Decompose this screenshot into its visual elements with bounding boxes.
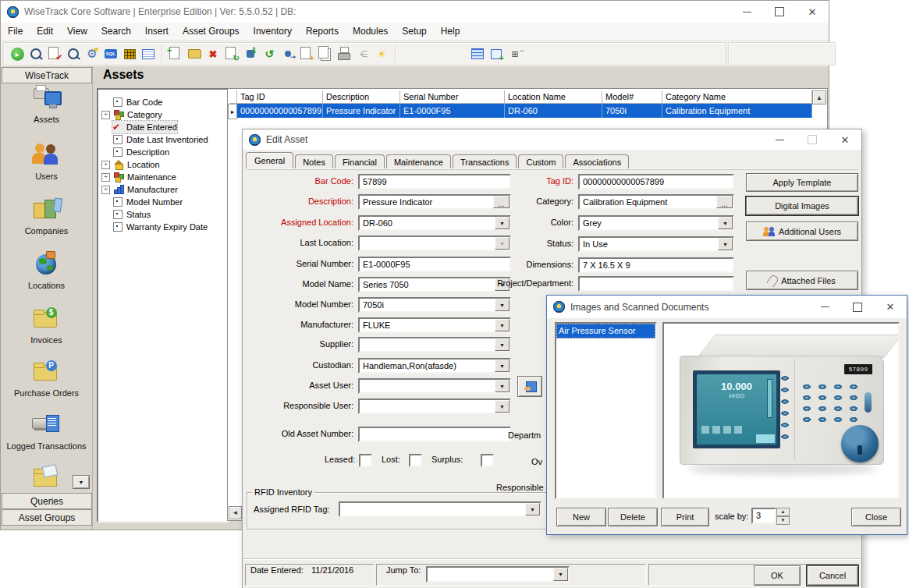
- menu-modules[interactable]: Modules: [346, 23, 395, 39]
- jump-to-combo[interactable]: [426, 566, 570, 583]
- category-ellipsis-button[interactable]: ...: [716, 196, 733, 208]
- close-button[interactable]: ✕: [796, 1, 829, 23]
- attached-files-button[interactable]: Attached Files: [746, 271, 858, 290]
- tag-id-input[interactable]: 00000000000057899: [578, 174, 734, 190]
- grid-view-icon[interactable]: [140, 45, 157, 62]
- tree-item-status[interactable]: Status: [112, 208, 151, 221]
- sidebar-item-users[interactable]: Users: [1, 142, 92, 181]
- tab-custom[interactable]: Custom: [518, 154, 563, 168]
- delete-icon[interactable]: ✖: [204, 45, 222, 62]
- sidebar-item-companies[interactable]: Companies: [1, 197, 92, 236]
- check-in-icon[interactable]: ⇩: [242, 45, 259, 62]
- menu-setup[interactable]: Setup: [395, 23, 433, 39]
- data-cells-icon[interactable]: [121, 45, 138, 62]
- table-cell-description[interactable]: Pressure Indicator: [323, 104, 400, 118]
- tree-item-maintenance[interactable]: + Maintenance: [101, 171, 176, 183]
- sql-window-icon[interactable]: SQL: [102, 45, 119, 62]
- custodian-combo[interactable]: Handleman,Ron(afasde): [358, 358, 511, 374]
- surplus-checkbox[interactable]: [481, 454, 494, 467]
- table-cell-serial-number[interactable]: E1-0000F95: [400, 104, 505, 118]
- sidebar-tab-queries[interactable]: Queries: [2, 493, 92, 509]
- minimize-button[interactable]: [763, 129, 796, 150]
- supplier-combo[interactable]: [358, 337, 511, 352]
- sidebar-header-button[interactable]: WiseTrack: [2, 67, 92, 83]
- go-icon[interactable]: ▸: [9, 45, 26, 62]
- maximize-button[interactable]: [841, 296, 874, 318]
- menu-file[interactable]: File: [1, 23, 30, 39]
- print-image-button[interactable]: Print: [661, 508, 709, 526]
- tree-item-description[interactable]: Description: [112, 146, 169, 158]
- check-out-icon[interactable]: ↺: [261, 45, 278, 62]
- supplier-dropdown-button[interactable]: ▼: [495, 338, 510, 351]
- tab-notes[interactable]: Notes: [295, 154, 333, 168]
- expand-plus-icon[interactable]: +: [101, 111, 110, 119]
- dimensions-input[interactable]: 7 X 16.5 X 9: [578, 257, 734, 273]
- menu-insert[interactable]: Insert: [138, 23, 176, 39]
- table-header-location-name[interactable]: Location Name: [505, 90, 602, 104]
- asset-user-combo[interactable]: [358, 378, 511, 394]
- tree-item-date-entered[interactable]: ✔ Date Entered: [112, 121, 177, 133]
- close-button[interactable]: ✕: [874, 296, 907, 318]
- color-combo[interactable]: Grey: [578, 215, 734, 231]
- tree-expand-icon[interactable]: ⊞┄: [506, 45, 524, 62]
- duplicate-icon[interactable]: [317, 45, 334, 62]
- apply-template-button[interactable]: Apply Template: [746, 173, 858, 192]
- old-asset-number-input[interactable]: [358, 427, 511, 442]
- assigned-rfid-tag-dropdown-button[interactable]: ▼: [525, 503, 540, 515]
- menu-view[interactable]: View: [60, 23, 94, 39]
- additional-users-button[interactable]: Additional Users: [746, 221, 858, 241]
- cancel-button[interactable]: Cancel: [807, 565, 858, 586]
- sidebar-item-logged-transactions[interactable]: Logged Transactions: [1, 412, 92, 451]
- menu-edit[interactable]: Edit: [30, 23, 60, 39]
- refresh-document-icon[interactable]: ↻: [223, 45, 240, 62]
- menu-search[interactable]: Search: [94, 23, 138, 39]
- tree-item-date-last-inventoried[interactable]: Date Last Inventoried: [112, 133, 208, 146]
- tree-item-location[interactable]: + Location: [101, 158, 160, 171]
- menu-asset-groups[interactable]: Asset Groups: [176, 23, 247, 39]
- tab-maintenance[interactable]: Maintenance: [386, 154, 451, 168]
- image-list-item[interactable]: Air Pressure Sensor: [556, 324, 655, 338]
- copy-add-icon[interactable]: +: [298, 45, 315, 62]
- table-cell-location-name[interactable]: DR-060: [505, 104, 602, 118]
- assigned-rfid-tag-combo[interactable]: [339, 501, 541, 517]
- tab-transactions[interactable]: Transactions: [453, 154, 517, 168]
- search-icon[interactable]: [65, 45, 82, 62]
- close-images-button[interactable]: Close: [851, 508, 901, 526]
- list-view-icon[interactable]: [469, 45, 486, 62]
- tree-item-bar-code[interactable]: Bar Code: [112, 96, 162, 108]
- menu-help[interactable]: Help: [434, 23, 467, 39]
- sidebar-item-assets[interactable]: Assets: [1, 85, 92, 124]
- lost-checkbox[interactable]: [409, 454, 422, 467]
- disconnect-icon[interactable]: -∈: [354, 45, 371, 62]
- close-button[interactable]: ✕: [829, 129, 861, 150]
- tab-financial[interactable]: Financial: [335, 154, 385, 168]
- scroll-left-button[interactable]: ◄: [229, 506, 242, 519]
- manufacturer-dropdown-button[interactable]: ▼: [495, 319, 510, 331]
- grid-add-icon[interactable]: +: [488, 45, 505, 62]
- sidebar-more-button[interactable]: ▼: [73, 475, 90, 489]
- table-header-serial-number[interactable]: Serial Number: [400, 90, 505, 104]
- model-number-combo[interactable]: 7050i: [358, 297, 511, 313]
- expand-plus-icon[interactable]: +: [101, 173, 110, 182]
- sidebar-item-locations[interactable]: Locations: [1, 251, 92, 290]
- tree-item-warranty-expiry-date[interactable]: Warranty Expiry Date: [112, 221, 208, 233]
- maximize-button[interactable]: [796, 129, 829, 150]
- jump-to-dropdown-button[interactable]: ▼: [553, 568, 568, 581]
- asset-user-dropdown-button[interactable]: ▼: [495, 380, 510, 392]
- responsible-user-combo[interactable]: [358, 398, 511, 414]
- scroll-up-button[interactable]: ▲: [812, 90, 826, 104]
- table-header-description[interactable]: Description: [323, 90, 400, 104]
- custodian-dropdown-button[interactable]: ▼: [495, 360, 510, 372]
- model-number-dropdown-button[interactable]: ▼: [495, 299, 510, 311]
- minimize-button[interactable]: [808, 296, 841, 318]
- tab-associations[interactable]: Associations: [565, 154, 629, 168]
- status-dropdown-button[interactable]: ▼: [718, 238, 733, 250]
- tree-item-category[interactable]: + Category: [101, 108, 162, 121]
- new-image-button[interactable]: New: [556, 508, 606, 526]
- table-header-category-name[interactable]: Category Name: [662, 90, 812, 104]
- table-header-tag-id[interactable]: Tag ID: [237, 90, 323, 104]
- tree-item-manufacturer[interactable]: + Manufacturer: [101, 183, 178, 196]
- color-dropdown-button[interactable]: ▼: [718, 217, 733, 229]
- table-cell-model[interactable]: 7050i: [602, 104, 662, 118]
- find-tag-icon[interactable]: [27, 45, 44, 62]
